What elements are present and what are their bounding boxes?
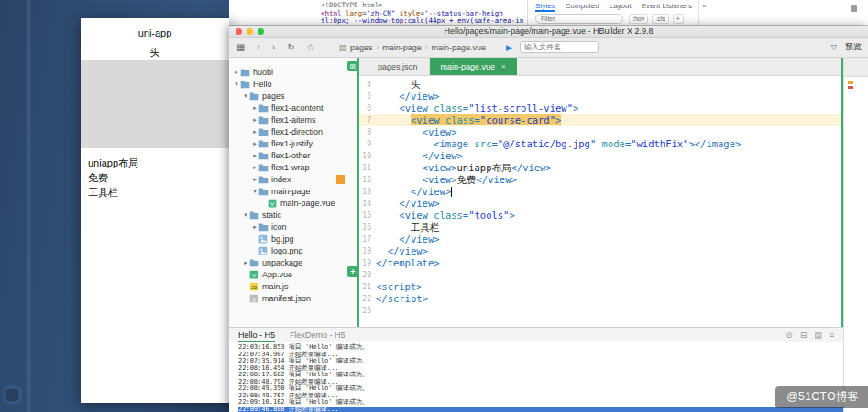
tree-item[interactable]: ▸unpackage [229, 256, 346, 268]
code-line[interactable]: 17 </view> [359, 233, 841, 245]
devtools-tab[interactable]: Styles [535, 0, 555, 12]
minimize-button[interactable] [247, 28, 253, 35]
tree-item-label: manifest.json [262, 294, 311, 303]
tree-item[interactable]: JSmain.js [229, 280, 346, 292]
console-log-line[interactable]: 22:09:46.888 开始差量编译... [238, 407, 843, 412]
close-button[interactable] [236, 28, 242, 35]
refresh-icon[interactable]: ↻ [287, 42, 294, 52]
disclosure-triangle-icon[interactable]: ▸ [242, 259, 249, 266]
tree-item[interactable]: ▾pages [229, 90, 346, 102]
breadcrumb-item[interactable]: main-page.vue [431, 43, 486, 52]
tree-item[interactable]: ▾main-page [229, 185, 346, 197]
tree-item[interactable]: logo.png [229, 244, 346, 256]
devtools-tab[interactable]: Event Listeners [642, 0, 692, 12]
tree-item[interactable]: bg.jpg [229, 233, 346, 244]
dock-icon[interactable] [5, 388, 19, 402]
tree-item[interactable]: ▸index [229, 173, 346, 185]
code-line[interactable]: 22</script> [359, 293, 841, 305]
disclosure-triangle-icon[interactable]: ▸ [233, 69, 240, 76]
disclosure-triangle-icon[interactable]: ▸ [251, 140, 258, 147]
code-line[interactable]: 11 <view>uniapp布局</view> [359, 162, 841, 174]
code-line[interactable]: 21<script> [359, 281, 841, 293]
code-line[interactable]: 9 <image src="@/static/bg.jpg" mode="wid… [359, 138, 841, 150]
disclosure-triangle-icon[interactable]: ▾ [233, 81, 240, 88]
code-line[interactable]: 13 </view> [359, 186, 841, 198]
tree-item[interactable]: ▸icon [229, 221, 346, 233]
disclosure-triangle-icon[interactable]: ▸ [251, 164, 258, 171]
style-toggle-button[interactable]: :hov [629, 14, 648, 24]
code-line[interactable]: 8 <view> [359, 126, 841, 138]
devtools-filter-input[interactable] [535, 14, 623, 24]
tree-item[interactable]: ▾Hello [229, 78, 346, 90]
devtools-tab[interactable]: » [702, 0, 706, 12]
devtools-tab[interactable]: Layout [610, 0, 632, 12]
log-timestamp: 22:09:46.888 [238, 406, 289, 412]
disclosure-triangle-icon[interactable]: ▸ [251, 116, 258, 124]
code-line[interactable]: 6 <view class="list-scroll-view"> [359, 103, 841, 114]
panel-layout-icon[interactable]: ▤ [814, 331, 822, 340]
tree-item[interactable]: ▸flex1-wrap [229, 161, 346, 173]
console-tab[interactable]: FlexDemo - H5 [290, 328, 346, 342]
tree-item[interactable]: Vmain-page.vue [229, 197, 346, 209]
tree-item[interactable]: {}manifest.json [229, 292, 346, 304]
breadcrumb-item[interactable]: main-page [382, 43, 422, 52]
disclosure-triangle-icon[interactable]: ▸ [251, 104, 258, 112]
disclosure-triangle-icon[interactable]: ▾ [242, 211, 249, 219]
menu-icon[interactable]: ≡ [830, 331, 834, 340]
disclosure-triangle-icon[interactable]: ▸ [251, 128, 258, 136]
nav-back-icon[interactable]: ‹ [257, 42, 259, 52]
code-line[interactable]: 16 工具栏 [359, 222, 841, 233]
tree-item-label: flex1-wrap [271, 163, 310, 172]
app-list-item[interactable]: uniapp布局 [88, 156, 225, 170]
devtools-dom-tree[interactable]: <!DOCTYPE html><html lang="zh-CN" style=… [321, 2, 523, 26]
clear-logs-icon[interactable]: ⊘ [786, 331, 793, 340]
nav-forward-icon[interactable]: › [272, 42, 275, 52]
code-line[interactable]: 4 头 [359, 79, 841, 91]
window-grid-icon[interactable]: ▦ [236, 42, 245, 52]
code-editor[interactable]: 4 头5 </view>6 <view class="list-scroll-v… [359, 76, 841, 327]
devtools-tab[interactable]: Computed [566, 0, 599, 12]
code-line[interactable]: 23 [359, 305, 841, 317]
code-line[interactable]: 12 <view>免费</view> [359, 174, 841, 186]
grid-icon[interactable]: ⊞ [347, 61, 357, 71]
search-input[interactable] [520, 41, 599, 53]
console-logs[interactable]: 22:03:16.853 项目 'Hello' 编译成功。22:07:34.90… [229, 342, 843, 412]
disclosure-triangle-icon[interactable]: ▸ [251, 223, 258, 231]
code-line[interactable]: 10 </view> [359, 150, 841, 162]
star-icon[interactable]: ☆ [307, 42, 315, 52]
tree-item[interactable]: ▸flex1-other [229, 149, 346, 161]
tree-item[interactable]: VApp.vue [229, 268, 346, 280]
disclosure-triangle-icon[interactable]: ▾ [251, 188, 258, 195]
preview-button[interactable]: 预览 [845, 41, 862, 53]
tree-item[interactable]: ▸huobi [229, 66, 346, 78]
disclosure-triangle-icon[interactable]: ▸ [251, 152, 258, 159]
breadcrumb-item[interactable]: pages [350, 43, 373, 52]
disclosure-triangle-icon[interactable]: ▸ [251, 176, 258, 183]
tree-item[interactable]: ▸flex1-aitems [229, 114, 346, 125]
editor-tab[interactable]: pages.json [367, 58, 430, 75]
tree-item[interactable]: ▸flex1-justify [229, 137, 346, 149]
code-line[interactable]: 20 [359, 269, 841, 281]
code-line[interactable]: 18 </view> [359, 245, 841, 257]
close-tab-icon[interactable]: × [501, 62, 506, 70]
code-line[interactable]: 15 <view class="tools"> [359, 210, 841, 222]
app-list-item[interactable]: 免费 [88, 170, 225, 185]
code-line[interactable]: 5 </view> [359, 91, 841, 103]
filter-icon[interactable]: ▽ [831, 43, 837, 51]
code-line[interactable]: 19</template> [359, 257, 841, 269]
tree-item[interactable]: ▾static [229, 209, 346, 221]
style-toggle-button[interactable]: .cls [652, 14, 669, 24]
console-tab[interactable]: Hello - H5 [238, 328, 275, 342]
trash-icon[interactable]: ⊟ [800, 331, 808, 340]
code-line[interactable]: 14 </view> [359, 198, 841, 210]
zoom-button[interactable] [258, 28, 264, 35]
editor-tab[interactable]: main-page.vue× [430, 58, 517, 75]
tree-item[interactable]: ▸flex1-direction [229, 125, 346, 137]
plus-icon[interactable]: + [347, 266, 358, 277]
code-line[interactable]: 7 <view class="course-card"> [359, 114, 841, 126]
tree-item[interactable]: ▸flex1-acontent [229, 102, 346, 114]
run-icon[interactable]: ▶ [506, 43, 512, 52]
disclosure-triangle-icon[interactable]: ▾ [242, 92, 249, 100]
app-list-item[interactable]: 工具栏 [88, 185, 225, 200]
style-toggle-button[interactable]: + [673, 14, 684, 24]
